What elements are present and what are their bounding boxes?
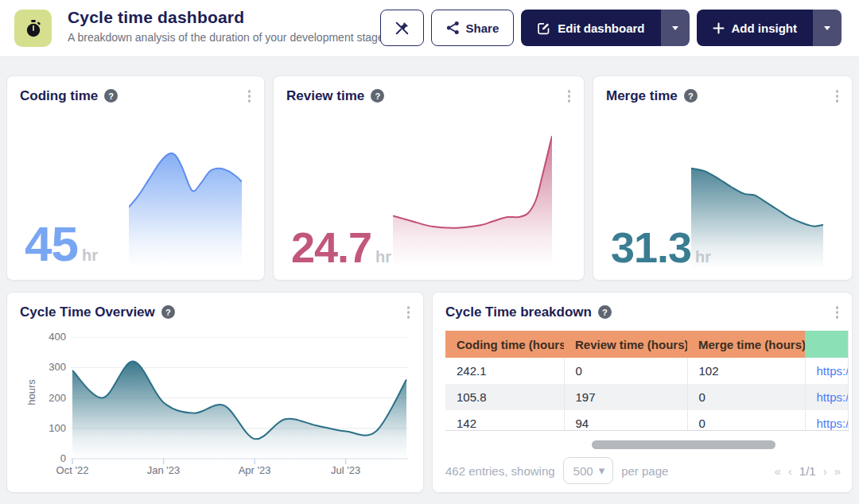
table-cell: 197 bbox=[564, 384, 687, 410]
overview-card-title: Cycle Time Overview bbox=[20, 304, 155, 320]
stopwatch-icon bbox=[25, 19, 42, 38]
breakdown-column-header: Review time (hours) bbox=[564, 331, 687, 358]
edit-dashboard-split-button: Edit dashboard bbox=[521, 10, 689, 46]
merge-time-unit: hr bbox=[695, 248, 711, 266]
plus-icon bbox=[713, 22, 725, 34]
cycle-time-overview-card: Cycle Time Overview ? hours 010020030040… bbox=[6, 292, 424, 493]
review-time-card-title: Review time bbox=[286, 88, 364, 104]
breakdown-table: Coding time (hours)Review time (hours)Me… bbox=[445, 331, 848, 431]
table-row: 142940https:// bbox=[445, 410, 848, 431]
help-icon[interactable]: ? bbox=[684, 89, 698, 103]
chevron-down-icon: ▾ bbox=[599, 463, 605, 478]
add-insight-label: Add insight bbox=[732, 21, 798, 35]
breakdown-column-header: Coding time (hours) bbox=[445, 331, 564, 358]
page-title: Cycle time dashboard bbox=[68, 8, 393, 27]
pull-request-link[interactable]: https:// bbox=[805, 410, 848, 431]
share-button-label: Share bbox=[466, 21, 499, 35]
cycle-time-breakdown-card: Cycle Time breakdown ? Coding time (hour… bbox=[432, 292, 853, 493]
overview-y-tick-label: 300 bbox=[33, 361, 66, 373]
top-bar: Cycle time dashboard A breakdown analysi… bbox=[0, 0, 859, 57]
merge-time-value: 31.3 hr bbox=[611, 223, 711, 272]
coding-time-sparkline bbox=[129, 134, 242, 267]
overview-x-tick-label: Oct '22 bbox=[47, 464, 98, 476]
table-cell: 0 bbox=[687, 384, 805, 410]
chevron-down-icon bbox=[824, 26, 830, 30]
table-right-divider bbox=[848, 331, 849, 432]
table-cell: 0 bbox=[687, 410, 805, 431]
coding-time-unit: hr bbox=[82, 246, 98, 265]
overview-y-tick-label: 0 bbox=[33, 452, 66, 464]
table-row: 242.10102https:// bbox=[445, 358, 848, 384]
edit-dashboard-label: Edit dashboard bbox=[558, 21, 644, 35]
coding-time-card-title: Coding time bbox=[20, 88, 98, 104]
pagination: « ‹ 1/1 › » bbox=[774, 464, 841, 478]
breakdown-column-header bbox=[805, 331, 848, 358]
next-page-button[interactable]: › bbox=[823, 464, 827, 478]
dashboard-icon-tile bbox=[14, 10, 52, 47]
table-cell: 142 bbox=[445, 410, 564, 431]
breakdown-footer: 462 entries, showing 500 ▾ per page « ‹ … bbox=[445, 455, 841, 487]
header-actions: Share Edit dashboard Add insight bbox=[380, 10, 842, 46]
share-button[interactable]: Share bbox=[431, 10, 515, 46]
table-cell: 94 bbox=[564, 410, 687, 431]
add-insight-menu-button[interactable] bbox=[813, 10, 842, 46]
help-icon[interactable]: ? bbox=[161, 305, 175, 319]
page-indicator: 1/1 bbox=[799, 464, 816, 478]
overview-x-tick-label: Jan '23 bbox=[138, 464, 189, 476]
edit-dashboard-menu-button[interactable] bbox=[661, 10, 690, 46]
review-time-value: 24.7 hr bbox=[291, 223, 391, 272]
table-row: 105.81970https:// bbox=[445, 384, 848, 410]
help-icon[interactable]: ? bbox=[598, 305, 612, 319]
pin-slash-icon bbox=[395, 21, 410, 36]
prev-page-button[interactable]: ‹ bbox=[788, 464, 792, 478]
overview-x-tick-label: Apr '23 bbox=[229, 464, 280, 476]
review-time-unit: hr bbox=[375, 248, 391, 266]
page-size-value: 500 bbox=[573, 464, 593, 478]
kebab-menu-icon[interactable] bbox=[834, 303, 842, 322]
kebab-menu-icon[interactable] bbox=[834, 87, 842, 106]
kebab-menu-icon[interactable] bbox=[405, 303, 413, 322]
overview-y-tick-label: 400 bbox=[33, 331, 66, 343]
entries-count-text: 462 entries, showing bbox=[445, 464, 555, 478]
kebab-menu-icon[interactable] bbox=[246, 87, 254, 106]
share-icon bbox=[446, 21, 460, 35]
add-insight-button[interactable]: Add insight bbox=[697, 10, 814, 46]
per-page-text: per page bbox=[621, 464, 668, 478]
pull-request-link[interactable]: https:// bbox=[805, 384, 848, 410]
review-time-sparkline bbox=[393, 132, 552, 267]
breakdown-column-header: Merge time (hours) bbox=[687, 331, 805, 358]
overview-y-tick-label: 200 bbox=[33, 392, 66, 404]
review-time-card: Review time ? 24.7 hr bbox=[273, 76, 585, 281]
help-icon[interactable]: ? bbox=[104, 89, 118, 103]
merge-time-card: Merge time ? 31.3 hr bbox=[593, 76, 853, 281]
add-insight-split-button: Add insight bbox=[697, 10, 842, 46]
table-cell: 0 bbox=[564, 358, 687, 384]
page-size-select[interactable]: 500 ▾ bbox=[563, 457, 614, 484]
overview-y-tick-label: 100 bbox=[33, 422, 66, 434]
chevron-down-icon bbox=[672, 26, 678, 30]
breakdown-card-title: Cycle Time breakdown bbox=[445, 304, 592, 320]
overview-area-chart bbox=[71, 337, 408, 466]
first-page-button[interactable]: « bbox=[774, 464, 780, 478]
merge-time-card-title: Merge time bbox=[606, 88, 678, 104]
kebab-menu-icon[interactable] bbox=[566, 87, 573, 106]
table-cell: 242.1 bbox=[445, 358, 564, 384]
horizontal-scrollbar-thumb[interactable] bbox=[592, 440, 775, 449]
help-icon[interactable]: ? bbox=[371, 89, 384, 103]
edit-icon bbox=[537, 21, 550, 35]
table-cell: 102 bbox=[687, 358, 805, 384]
page-subtitle: A breakdown analysis of the duration of … bbox=[68, 31, 393, 44]
coding-time-card: Coding time ? 45 hr bbox=[6, 76, 265, 281]
overview-x-tick-label: Jul '23 bbox=[321, 464, 371, 476]
breakdown-table-viewport[interactable]: Coding time (hours)Review time (hours)Me… bbox=[445, 331, 848, 431]
edit-dashboard-button[interactable]: Edit dashboard bbox=[521, 10, 660, 46]
pull-request-link[interactable]: https:// bbox=[805, 358, 848, 384]
last-page-button[interactable]: » bbox=[834, 464, 841, 478]
unpin-button[interactable] bbox=[380, 10, 424, 46]
table-cell: 105.8 bbox=[445, 384, 564, 410]
coding-time-value: 45 hr bbox=[25, 215, 98, 272]
